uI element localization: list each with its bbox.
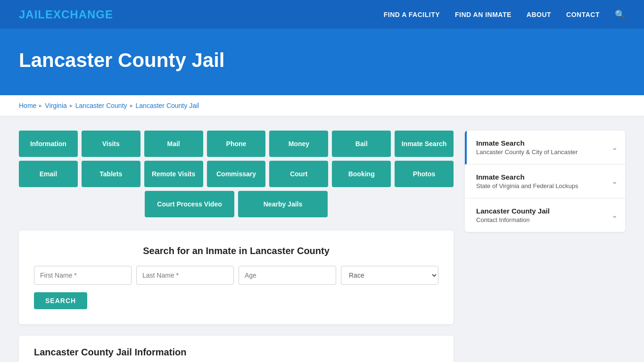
nav-search-icon[interactable]: 🔍 — [615, 9, 625, 20]
btn-court-process-video[interactable]: Court Process Video — [145, 191, 234, 217]
btn-visits[interactable]: Visits — [82, 131, 140, 157]
breadcrumb-sep-1: ▸ — [39, 102, 42, 109]
breadcrumb-current: Lancaster County Jail — [136, 102, 199, 109]
sidebar-item-1-title: Inmate Search — [476, 139, 578, 147]
nav-find-facility[interactable]: FIND A FACILITY — [384, 10, 440, 19]
sidebar-item-3-title: Lancaster County Jail — [476, 207, 550, 215]
sidebar-item-2-text: Inmate Search State of Virginia and Fede… — [476, 173, 578, 189]
main-content: Information Visits Mail Phone Money Bail… — [0, 116, 644, 362]
right-sidebar: Inmate Search Lancaster County & City of… — [465, 131, 625, 232]
button-grid-row1: Information Visits Mail Phone Money Bail… — [19, 131, 454, 157]
chevron-down-icon-2: ⌄ — [611, 177, 618, 186]
inmate-search-box: Search for an Inmate in Lancaster County… — [19, 230, 454, 324]
page-title: Lancaster County Jail — [19, 49, 625, 72]
button-grid-row2: Email Tablets Remote Visits Commissary C… — [19, 161, 454, 187]
logo-exchange: EXCHANGE — [45, 8, 113, 21]
sidebar-card: Inmate Search Lancaster County & City of… — [465, 131, 625, 232]
btn-phone[interactable]: Phone — [207, 131, 266, 157]
btn-bail[interactable]: Bail — [332, 131, 391, 157]
last-name-input[interactable] — [136, 266, 234, 285]
race-select[interactable]: Race White Black Hispanic Asian Native A… — [341, 266, 438, 285]
left-column: Information Visits Mail Phone Money Bail… — [19, 131, 454, 362]
sidebar-item-contact[interactable]: Lancaster County Jail Contact Informatio… — [465, 198, 625, 232]
btn-court[interactable]: Court — [269, 161, 328, 187]
sidebar-item-3-subtitle: Contact Information — [476, 216, 550, 223]
btn-money[interactable]: Money — [269, 131, 328, 157]
breadcrumb-sep-3: ▸ — [130, 102, 133, 109]
age-input[interactable] — [239, 266, 336, 285]
jail-info-title: Lancaster County Jail Information — [34, 347, 438, 358]
button-grid-row3: Court Process Video Nearby Jails — [19, 191, 454, 217]
btn-nearby-jails[interactable]: Nearby Jails — [238, 191, 328, 217]
search-button[interactable]: SEARCH — [34, 292, 87, 309]
btn-mail[interactable]: Mail — [144, 131, 203, 157]
sidebar-item-1-text: Inmate Search Lancaster County & City of… — [476, 139, 578, 156]
chevron-down-icon-3: ⌄ — [611, 211, 618, 220]
nav-about[interactable]: ABOUT — [527, 10, 551, 19]
btn-booking[interactable]: Booking — [332, 161, 391, 187]
breadcrumb-bar: Home ▸ Virginia ▸ Lancaster County ▸ Lan… — [0, 95, 644, 116]
site-logo[interactable]: JAILEXCHANGE — [19, 8, 113, 21]
first-name-input[interactable] — [34, 266, 132, 285]
breadcrumb-lancaster-county[interactable]: Lancaster County — [75, 102, 127, 109]
sidebar-item-inmate-search-1[interactable]: Inmate Search Lancaster County & City of… — [465, 131, 625, 165]
nav-menu: FIND A FACILITY FIND AN INMATE ABOUT CON… — [384, 9, 625, 20]
btn-tablets[interactable]: Tablets — [82, 161, 140, 187]
sidebar-item-inmate-search-2[interactable]: Inmate Search State of Virginia and Fede… — [465, 165, 625, 198]
btn-remote-visits[interactable]: Remote Visits — [144, 161, 203, 187]
logo-jail: JAIL — [19, 8, 45, 21]
sidebar-item-2-subtitle: State of Virginia and Federal Lockups — [476, 182, 578, 189]
btn-inmate-search[interactable]: Inmate Search — [395, 131, 454, 157]
breadcrumb-virginia[interactable]: Virginia — [45, 102, 66, 109]
sidebar-item-1-subtitle: Lancaster County & City of Lancaster — [476, 148, 578, 156]
breadcrumb: Home ▸ Virginia ▸ Lancaster County ▸ Lan… — [19, 102, 625, 109]
breadcrumb-sep-2: ▸ — [70, 102, 73, 109]
nav-find-inmate[interactable]: FIND AN INMATE — [455, 10, 512, 19]
hero-section: Lancaster County Jail — [0, 30, 644, 95]
search-box-title: Search for an Inmate in Lancaster County — [34, 246, 438, 256]
btn-photos[interactable]: Photos — [395, 161, 454, 187]
btn-information[interactable]: Information — [19, 131, 78, 157]
jail-info-section: Lancaster County Jail Information — [19, 336, 454, 362]
sidebar-item-2-title: Inmate Search — [476, 173, 578, 181]
nav-contact[interactable]: CONTACT — [566, 10, 600, 19]
chevron-down-icon-1: ⌄ — [611, 143, 618, 152]
breadcrumb-home[interactable]: Home — [19, 102, 36, 109]
navbar: JAILEXCHANGE FIND A FACILITY FIND AN INM… — [0, 0, 644, 30]
search-fields: Race White Black Hispanic Asian Native A… — [34, 266, 438, 285]
btn-email[interactable]: Email — [19, 161, 78, 187]
btn-commissary[interactable]: Commissary — [207, 161, 266, 187]
sidebar-item-3-text: Lancaster County Jail Contact Informatio… — [476, 207, 550, 223]
